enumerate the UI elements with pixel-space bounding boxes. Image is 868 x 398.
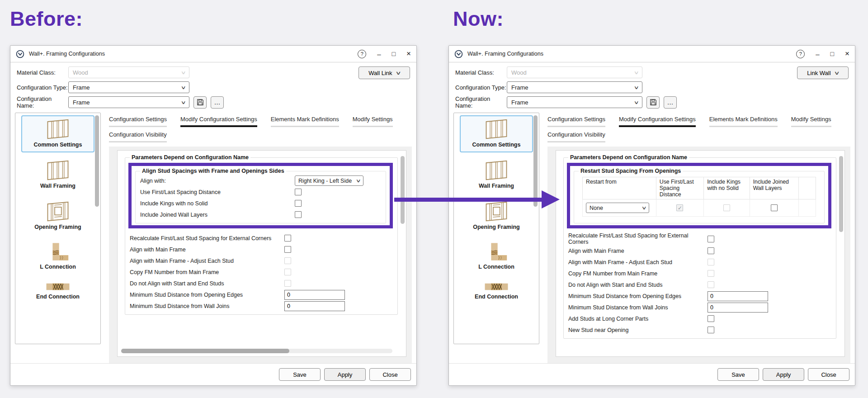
configuration-sidebar: Common Settings Wall Framing Opening Fra… (453, 113, 539, 344)
material-class-select[interactable]: Wood ∨ (68, 66, 189, 78)
row-label: Minimum Stud Distance from Wall Joins (568, 304, 708, 311)
sidebar-item-wall-framing[interactable]: Wall Framing (460, 156, 533, 194)
title-bar: Wall+. Framing Configurations ? – □ × (10, 46, 416, 62)
settings-panel: Parameters Depend on Configuration Name … (556, 150, 845, 357)
sidebar-item-common-settings[interactable]: Common Settings (460, 115, 533, 152)
tab-elements-mark-definitions[interactable]: Elements Mark Definitions (271, 116, 339, 127)
row-label: Align with Main Frame - Adjust Each Stud (130, 258, 284, 264)
sidebar-scrollbar[interactable] (95, 115, 99, 207)
maximize-icon[interactable]: □ (392, 50, 396, 57)
chevron-down-icon: ∨ (395, 70, 401, 76)
tab-modify-configuration-settings[interactable]: Modify Configuration Settings (619, 116, 696, 127)
maximize-icon[interactable]: □ (830, 50, 834, 57)
recalculate-first-last-checkbox[interactable] (284, 235, 291, 242)
apply-button[interactable]: Apply (324, 368, 366, 381)
row-label: Minimum Stud Distance from Opening Edges (130, 292, 284, 298)
row-label: Align with Main Frame (568, 248, 708, 254)
row-label: Recalculate First/Last Stud Spacing for … (568, 232, 708, 245)
tab-modify-configuration-settings[interactable]: Modify Configuration Settings (180, 116, 257, 127)
save-button[interactable]: Save (279, 368, 321, 381)
close-icon[interactable]: × (845, 49, 849, 58)
help-icon[interactable]: ? (358, 50, 366, 58)
align-with-value: Right King - Left Side (298, 178, 352, 184)
align-with-label: Align with: (140, 178, 295, 184)
browse-button[interactable]: … (664, 96, 677, 109)
link-wall-button[interactable]: Link Wall ∨ (797, 66, 849, 79)
configuration-name-select[interactable]: Frame ∨ (507, 96, 642, 108)
sidebar-item-l-connection[interactable]: L Connection (21, 239, 94, 275)
browse-button[interactable]: … (211, 96, 224, 109)
sidebar-item-opening-framing[interactable]: Opening Framing (460, 198, 533, 235)
row-label: Minimum Stud Distance from Opening Edges (568, 293, 708, 299)
min-distance-wall-joins-input[interactable] (284, 301, 345, 311)
include-joined-wall-layers-checkbox[interactable] (771, 204, 778, 211)
wall-frame-icon (485, 160, 508, 180)
app-logo-icon (454, 50, 463, 58)
configuration-type-value: Frame (511, 84, 528, 91)
add-studs-long-corner-checkbox[interactable] (708, 315, 714, 322)
min-distance-wall-joins-input[interactable] (708, 303, 768, 313)
parameters-group: Parameters Depend on Configuration Name … (125, 154, 398, 315)
minimize-icon[interactable]: – (377, 50, 381, 58)
tab-configuration-settings[interactable]: Configuration Settings (547, 116, 605, 127)
configuration-name-value: Frame (511, 99, 528, 106)
tab-configuration-visibility[interactable]: Configuration Visibility (547, 131, 605, 142)
chevron-down-icon: ∨ (180, 85, 186, 90)
help-icon[interactable]: ? (796, 50, 805, 58)
restart-from-select[interactable]: None ∨ (586, 203, 649, 213)
dialog-footer: Save Apply Close (10, 363, 416, 385)
sidebar-item-wall-framing[interactable]: Wall Framing (21, 156, 94, 194)
adjust-each-stud-checkbox (708, 259, 714, 265)
tab-modify-settings[interactable]: Modify Settings (353, 116, 393, 127)
close-button[interactable]: Close (369, 368, 411, 381)
recalculate-first-last-checkbox[interactable] (708, 236, 714, 242)
scrollbar-thumb[interactable] (121, 349, 289, 353)
vertical-scrollbar[interactable] (839, 156, 843, 232)
configuration-type-select[interactable]: Frame ∨ (68, 81, 189, 93)
horizontal-scrollbar[interactable] (121, 349, 392, 353)
row-label: Align with Main Frame (130, 246, 284, 253)
minimize-icon[interactable]: – (816, 50, 819, 58)
close-icon[interactable]: × (406, 49, 411, 58)
parameters-group: Parameters Depend on Configuration Name … (563, 154, 836, 339)
table-row: None ∨ ✓ (583, 199, 816, 217)
row-label: Copy FM Number from Main Frame (568, 270, 708, 277)
apply-button[interactable]: Apply (763, 368, 804, 381)
min-distance-opening-edges-input[interactable] (284, 290, 345, 300)
sidebar-item-opening-framing[interactable]: Opening Framing (21, 198, 94, 235)
before-dialog: Wall+. Framing Configurations ? – □ × Ma… (10, 45, 417, 386)
row-label: Use First/Last Spacing Distance (140, 189, 295, 195)
sidebar-item-end-connection[interactable]: End Connection (21, 279, 94, 304)
wall-link-button[interactable]: Wall Link ∨ (359, 66, 410, 79)
sidebar-item-end-connection[interactable]: End Connection (460, 279, 533, 304)
tab-configuration-visibility[interactable]: Configuration Visibility (109, 131, 167, 142)
save-configuration-button[interactable] (193, 96, 207, 109)
material-class-value: Wood (73, 69, 88, 76)
align-with-main-frame-checkbox[interactable] (708, 247, 714, 254)
configuration-name-select[interactable]: Frame ∨ (68, 96, 189, 108)
parameters-group-title: Parameters Depend on Configuration Name (568, 154, 689, 161)
config-form: Material Class: Wood ∨ Configuration Typ… (449, 62, 855, 111)
use-first-last-spacing-checkbox[interactable] (295, 189, 302, 195)
min-distance-opening-edges-input[interactable] (708, 291, 768, 301)
col-include-kings: Include Kings with no Solid (704, 177, 750, 199)
tab-elements-mark-definitions[interactable]: Elements Mark Definitions (709, 116, 778, 127)
include-joined-wall-layers-checkbox[interactable] (295, 211, 302, 218)
sidebar-scrollbar[interactable] (533, 115, 538, 207)
new-stud-near-opening-checkbox[interactable] (708, 327, 714, 333)
vertical-scrollbar[interactable] (401, 156, 405, 224)
include-kings-no-solid-checkbox[interactable] (295, 200, 302, 207)
align-with-main-frame-checkbox[interactable] (284, 246, 291, 253)
save-button[interactable]: Save (717, 368, 759, 381)
tab-configuration-settings[interactable]: Configuration Settings (109, 116, 167, 127)
end-connection-icon (45, 282, 71, 291)
save-configuration-button[interactable] (646, 96, 660, 109)
sidebar-item-common-settings[interactable]: Common Settings (21, 115, 94, 152)
sidebar-item-l-connection[interactable]: L Connection (460, 239, 533, 275)
align-with-select[interactable]: Right King - Left Side ∨ (295, 175, 363, 186)
close-button[interactable]: Close (808, 368, 849, 381)
adjust-each-stud-checkbox (284, 257, 291, 264)
configuration-type-select[interactable]: Frame ∨ (507, 81, 642, 93)
tab-modify-settings[interactable]: Modify Settings (791, 116, 831, 127)
material-class-select[interactable]: Wood ∨ (507, 66, 642, 78)
